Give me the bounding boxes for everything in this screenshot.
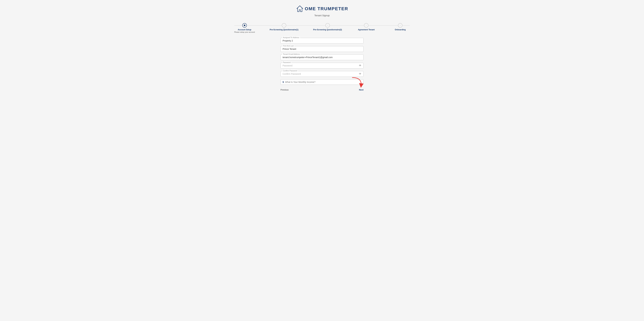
confirm-password-field: Confirm Password 👁: [280, 71, 364, 77]
first-last-field: First And Last: [280, 46, 364, 52]
step-circle-pre-screening-2: ○: [325, 23, 330, 28]
income-field: $: [280, 79, 364, 85]
step-sublabel-account-setup: Please setup your account: [234, 31, 255, 33]
next-button[interactable]: Next: [359, 88, 364, 92]
step-circle-account-setup: [242, 23, 247, 28]
income-input[interactable]: [285, 81, 362, 83]
page-subtitle: Tenant Signup: [314, 14, 330, 17]
dollar-icon: $: [282, 81, 284, 83]
step-label-pre-screening-2: Pre-Screening Questionnaire(2): [313, 28, 342, 31]
password-input[interactable]: [282, 64, 362, 67]
email-field: Tenant Email Address: [280, 54, 364, 60]
page-wrapper: OME TRUMPETER Tenant Signup Account Setu…: [0, 0, 644, 96]
step-circle-onboarding: ○: [398, 23, 402, 28]
logo-container: OME TRUMPETER: [296, 5, 348, 13]
home-trumpeter-logo-icon: [296, 5, 304, 13]
confirm-password-label: Confirm Password: [282, 70, 298, 72]
step-label-onboarding: Onboarding: [395, 28, 406, 31]
email-label: Tenant Email Address: [282, 53, 300, 55]
header: OME TRUMPETER Tenant Signup: [296, 5, 348, 17]
step-label-pre-screening-1: Pre-Screening Questionnaire(1): [270, 28, 298, 31]
first-last-label: First And Last: [282, 45, 294, 47]
form-container: Assigned To Address First And Last Tenan…: [280, 38, 364, 92]
password-field: Password 👁: [280, 63, 364, 68]
password-eye-icon[interactable]: 👁: [359, 64, 362, 67]
step-account-setup: Account Setup Please setup your account: [234, 23, 255, 33]
assigned-address-label: Assigned To Address: [282, 36, 300, 38]
logo-text: OME TRUMPETER: [305, 6, 348, 11]
password-label: Password: [282, 62, 291, 63]
assigned-address-input[interactable]: [282, 40, 362, 42]
step-pre-screening-1: ○ Pre-Screening Questionnaire(1): [270, 23, 298, 31]
assigned-address-field: Assigned To Address: [280, 38, 364, 44]
email-input[interactable]: [282, 56, 362, 58]
step-agreement-tenant: ○ Agreement Tenant: [357, 23, 376, 31]
step-pre-screening-2: ○ Pre-Screening Questionnaire(2): [313, 23, 342, 31]
step-circle-agreement-tenant: ○: [364, 23, 368, 28]
step-circle-pre-screening-1: ○: [282, 23, 286, 28]
step-label-account-setup: Account Setup: [238, 28, 251, 31]
step-onboarding: ○ Onboarding: [391, 23, 410, 31]
nav-row: Previous Next: [280, 88, 364, 92]
confirm-password-eye-icon[interactable]: 👁: [359, 72, 362, 75]
previous-button[interactable]: Previous: [280, 88, 289, 92]
confirm-password-input[interactable]: [282, 73, 362, 75]
stepper: Account Setup Please setup your account …: [234, 23, 410, 33]
first-last-input[interactable]: [282, 48, 362, 50]
step-label-agreement-tenant: Agreement Tenant: [358, 28, 374, 31]
